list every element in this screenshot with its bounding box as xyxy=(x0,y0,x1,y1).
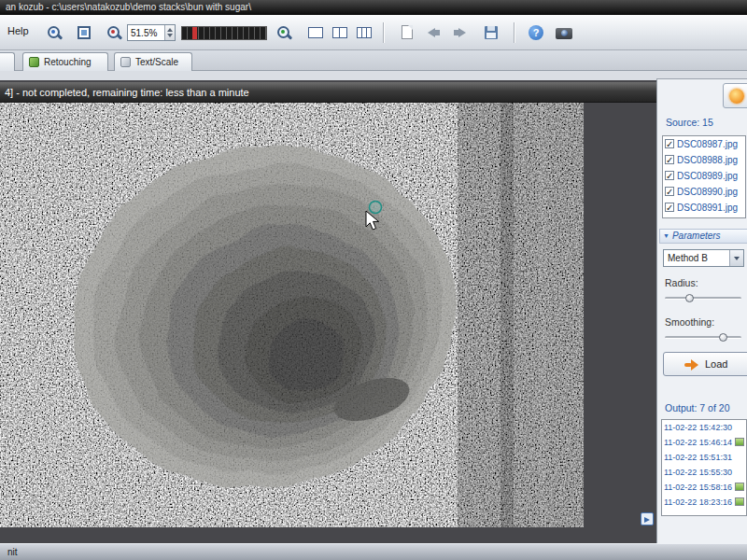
progress-text: 4] - not completed, remaining time: less… xyxy=(5,87,249,98)
checkbox-checked-icon[interactable] xyxy=(665,203,674,212)
view-split-2-button[interactable] xyxy=(329,21,351,44)
output-row[interactable]: 11-02-22 15:51:31 xyxy=(662,450,746,465)
spinner-down-icon[interactable] xyxy=(167,34,173,37)
dropdown-arrow-icon[interactable] xyxy=(729,250,743,266)
output-thumbnail-icon xyxy=(735,497,744,506)
toolbar-separator xyxy=(514,22,514,43)
tab-retouching[interactable]: Retouching xyxy=(22,52,108,71)
zoom-spinner[interactable] xyxy=(164,25,175,40)
output-row[interactable]: 11-02-22 18:23:16 xyxy=(662,495,746,510)
run-button[interactable] xyxy=(723,83,747,108)
zoom-slider[interactable] xyxy=(181,26,267,40)
camera-icon xyxy=(556,28,572,39)
load-button[interactable]: Load xyxy=(663,352,747,376)
help-button[interactable] xyxy=(525,21,547,44)
zoom-actual-size-icon xyxy=(47,25,62,40)
source-file-row[interactable]: DSC08987.jpg xyxy=(663,136,745,152)
save-button[interactable] xyxy=(480,21,502,44)
fit-to-window-icon xyxy=(78,26,91,39)
status-bar: nit xyxy=(0,543,747,560)
title-bar[interactable]: an kozub - c:\users\natakozub\demo stack… xyxy=(0,0,747,15)
smoothing-slider-knob[interactable] xyxy=(719,333,727,342)
source-file-list[interactable]: DSC08987.jpg DSC08988.jpg DSC08989.jpg D… xyxy=(662,135,746,218)
source-file-name: DSC08987.jpg xyxy=(677,139,738,149)
view-single-button[interactable] xyxy=(304,21,327,44)
tab-label: Retouching xyxy=(44,57,92,67)
menu-help[interactable]: Help xyxy=(7,25,29,36)
main-toolbar: Help xyxy=(0,15,747,50)
source-file-row[interactable]: DSC08991.jpg xyxy=(663,200,745,216)
progress-status-bar: 4] - not completed, remaining time: less… xyxy=(0,82,656,103)
output-row[interactable]: 11-02-22 15:46:14 xyxy=(662,435,746,450)
source-count-label: Source: 15 xyxy=(666,117,713,128)
zoom-actual-size-button[interactable] xyxy=(43,21,65,44)
back-arrow-icon xyxy=(428,28,435,37)
view-split-3-button[interactable] xyxy=(353,21,375,44)
right-panel: Source: 15 DSC08987.jpg DSC08988.jpg DSC… xyxy=(656,78,747,543)
smoothing-label: Smoothing: xyxy=(665,316,714,328)
tab-partial[interactable] xyxy=(0,52,15,71)
chevron-down-icon[interactable] xyxy=(663,230,669,243)
screenshot-button[interactable] xyxy=(553,21,575,44)
radius-slider[interactable] xyxy=(665,294,741,302)
parameters-header[interactable]: Parameters xyxy=(659,229,747,244)
starburst-icon xyxy=(729,89,744,104)
output-timestamp: 11-02-22 15:42:30 xyxy=(664,423,732,432)
depth-map-image[interactable] xyxy=(0,103,584,527)
navigator-button[interactable] xyxy=(641,512,654,525)
zoom-in-button[interactable] xyxy=(273,21,295,44)
fit-to-window-button[interactable] xyxy=(73,21,95,44)
back-button[interactable] xyxy=(422,21,444,44)
method-value: Method B xyxy=(668,253,708,263)
source-file-name: DSC08991.jpg xyxy=(677,203,738,213)
forward-button[interactable] xyxy=(448,21,471,44)
smoothing-slider[interactable] xyxy=(665,333,741,342)
zoom-level-field xyxy=(127,24,176,41)
new-file-button[interactable] xyxy=(396,21,418,44)
checkbox-checked-icon[interactable] xyxy=(665,155,674,164)
zoom-out-button[interactable] xyxy=(103,21,125,44)
slider-track xyxy=(665,297,741,300)
save-icon xyxy=(485,26,498,39)
output-timestamp: 11-02-22 15:51:31 xyxy=(664,453,732,462)
retouching-tab-icon xyxy=(29,57,39,67)
output-row[interactable]: 11-02-22 15:58:16 xyxy=(662,480,746,495)
load-button-label: Load xyxy=(705,358,727,370)
output-thumbnail-icon xyxy=(735,483,744,491)
radius-slider-knob[interactable] xyxy=(685,294,694,302)
spinner-up-icon[interactable] xyxy=(167,28,173,32)
output-timestamp: 11-02-22 18:23:16 xyxy=(664,497,732,507)
source-file-row[interactable]: DSC08989.jpg xyxy=(663,168,745,184)
view-split-2-icon xyxy=(332,27,347,38)
view-single-icon xyxy=(308,27,323,38)
toolbar-separator xyxy=(383,22,384,43)
output-list[interactable]: 11-02-22 15:42:30 11-02-22 15:46:14 11-0… xyxy=(661,419,747,516)
checkbox-checked-icon[interactable] xyxy=(665,187,674,196)
output-row[interactable]: 11-02-22 15:55:30 xyxy=(662,465,746,480)
text-scale-tab-icon xyxy=(120,57,131,67)
slider-track xyxy=(665,336,741,339)
source-file-row[interactable]: DSC08988.jpg xyxy=(663,152,745,168)
parameters-label: Parameters xyxy=(672,231,721,241)
status-text: nit xyxy=(7,547,18,557)
output-count-label: Output: 7 of 20 xyxy=(665,402,729,413)
source-file-row[interactable]: DSC08990.jpg xyxy=(663,184,745,200)
output-row[interactable]: 11-02-22 15:42:30 xyxy=(662,420,746,435)
checkbox-checked-icon[interactable] xyxy=(665,139,674,148)
source-file-name: DSC08989.jpg xyxy=(677,171,738,181)
application-window: an kozub - c:\users\natakozub\demo stack… xyxy=(0,0,747,560)
tab-bar: Retouching Text/Scale xyxy=(0,50,747,71)
method-select[interactable]: Method B xyxy=(663,249,744,267)
source-file-name: DSC08988.jpg xyxy=(677,155,738,165)
window-title: an kozub - c:\users\natakozub\demo stack… xyxy=(6,2,251,12)
load-arrow-icon xyxy=(684,359,698,371)
stack-preview[interactable] xyxy=(0,103,584,527)
view-split-3-icon xyxy=(357,27,372,38)
workspace: 4] - not completed, remaining time: less… xyxy=(0,71,747,543)
tab-text-scale[interactable]: Text/Scale xyxy=(114,52,192,71)
checkbox-checked-icon[interactable] xyxy=(665,171,674,180)
forward-arrow-icon xyxy=(458,28,466,37)
zoom-slider-thumb[interactable] xyxy=(192,27,197,39)
help-icon xyxy=(529,25,543,40)
tab-label: Text/Scale xyxy=(135,57,178,67)
